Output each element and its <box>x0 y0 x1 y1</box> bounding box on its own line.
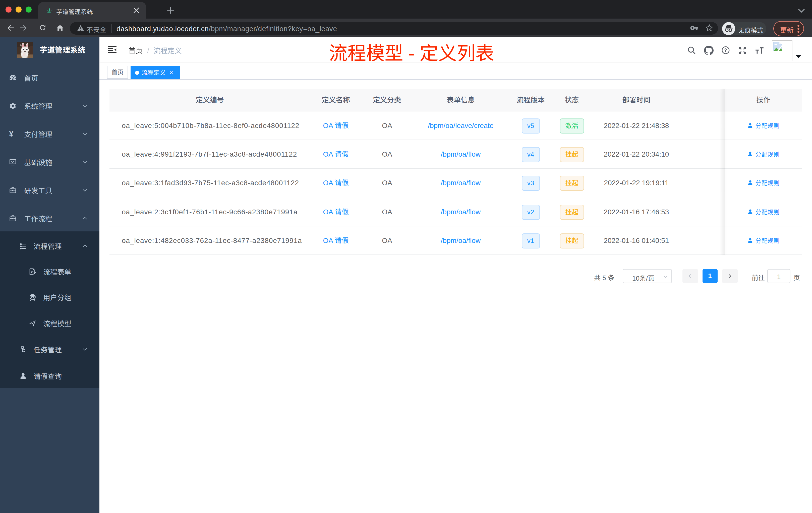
svg-text:?: ? <box>724 48 727 53</box>
